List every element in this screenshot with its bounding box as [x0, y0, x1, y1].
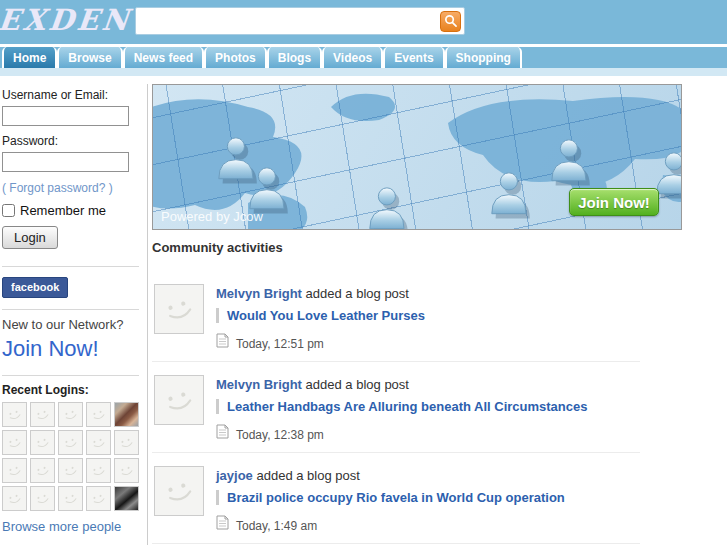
activity-item: Melvyn Bright added a blog post Would Yo… — [152, 271, 640, 362]
promo-banner: Powered by Jcow Join Now! — [152, 84, 682, 230]
section-title: Community activities — [152, 240, 727, 255]
activity-timestamp: Today, 1:49 am — [236, 519, 317, 533]
tab-news-feed[interactable]: News feed — [123, 47, 204, 68]
remember-me-label: Remember me — [20, 203, 106, 218]
recent-logins-title: Recent Logins: — [2, 383, 139, 397]
password-field[interactable] — [2, 152, 129, 172]
tab-blogs[interactable]: Blogs — [267, 47, 322, 68]
join-now-link[interactable]: Join Now! — [2, 336, 99, 362]
blog-post-link[interactable]: Would You Love Leather Purses — [216, 308, 425, 323]
divider — [2, 266, 139, 267]
user-avatar[interactable] — [154, 466, 204, 516]
user-avatar[interactable] — [154, 284, 204, 334]
recent-login-avatar[interactable] — [58, 486, 83, 511]
recent-login-avatar[interactable] — [30, 458, 55, 483]
tab-videos[interactable]: Videos — [322, 47, 383, 68]
recent-login-avatar[interactable] — [30, 430, 55, 455]
join-prompt: New to our Network? — [2, 317, 139, 332]
recent-login-avatar[interactable] — [30, 402, 55, 427]
search-box — [135, 7, 465, 35]
recent-login-avatar[interactable] — [86, 430, 111, 455]
username-label: Username or Email: — [2, 88, 139, 102]
activity-body: Melvyn Bright added a blog post Would Yo… — [216, 284, 425, 351]
main-nav: Home Browse News feed Photos Blogs Video… — [0, 44, 727, 68]
recent-login-avatar[interactable] — [114, 486, 139, 511]
blog-post-icon — [216, 424, 229, 442]
activity-body: Melvyn Bright added a blog post Leather … — [216, 375, 587, 442]
facebook-login-button[interactable]: facebook — [2, 277, 68, 298]
browse-more-people-link[interactable]: Browse more people — [2, 519, 121, 534]
user-link[interactable]: jayjoe — [216, 468, 253, 483]
remember-me-checkbox[interactable] — [2, 204, 15, 217]
blog-post-icon — [216, 515, 229, 533]
recent-login-avatar[interactable] — [86, 458, 111, 483]
activity-action: added a blog post — [306, 286, 409, 301]
activity-time-row: Today, 12:51 pm — [216, 333, 425, 351]
recent-login-avatar[interactable] — [86, 486, 111, 511]
site-logo[interactable]: EXDEN — [0, 3, 133, 37]
activity-headline: Melvyn Bright added a blog post — [216, 377, 587, 392]
search-button[interactable] — [440, 11, 461, 32]
tab-photos[interactable]: Photos — [204, 47, 267, 68]
activity-item: jayjoe added a blog post Brazil police o… — [152, 453, 640, 544]
tab-browse[interactable]: Browse — [57, 47, 122, 68]
tab-home[interactable]: Home — [2, 47, 57, 68]
powered-by-link[interactable]: Powered by Jcow — [161, 209, 263, 224]
activity-timestamp: Today, 12:38 pm — [236, 428, 324, 442]
divider — [2, 309, 139, 310]
recent-login-avatar[interactable] — [2, 430, 27, 455]
search-input[interactable] — [138, 10, 434, 32]
activity-headline: jayjoe added a blog post — [216, 468, 565, 483]
recent-login-avatar[interactable] — [114, 402, 139, 427]
content: Username or Email: Password: ( Forgot pa… — [0, 76, 727, 545]
tab-events[interactable]: Events — [383, 47, 444, 68]
recent-login-avatar[interactable] — [2, 458, 27, 483]
site-header: EXDEN — [0, 0, 727, 44]
recent-login-avatar[interactable] — [86, 402, 111, 427]
activity-body: jayjoe added a blog post Brazil police o… — [216, 466, 565, 533]
activity-action: added a blog post — [256, 468, 359, 483]
recent-logins-grid — [2, 402, 139, 511]
divider — [2, 375, 139, 376]
recent-login-avatar[interactable] — [114, 458, 139, 483]
activity-item: Melvyn Bright added a blog post Leather … — [152, 362, 640, 453]
page: EXDEN Home Browse News feed Photos Blogs… — [0, 0, 727, 545]
recent-login-avatar[interactable] — [114, 430, 139, 455]
activity-headline: Melvyn Bright added a blog post — [216, 286, 425, 301]
search-icon — [444, 14, 457, 30]
recent-login-avatar[interactable] — [30, 486, 55, 511]
recent-login-avatar[interactable] — [58, 430, 83, 455]
subheader-strip — [0, 68, 727, 76]
forgot-password-link[interactable]: ( Forgot password? ) — [2, 181, 113, 195]
recent-login-avatar[interactable] — [58, 402, 83, 427]
blog-post-icon — [216, 333, 229, 351]
recent-login-avatar[interactable] — [2, 486, 27, 511]
password-label: Password: — [2, 134, 139, 148]
blog-post-link[interactable]: Brazil police occupy Rio favela in World… — [216, 490, 565, 505]
login-button[interactable]: Login — [2, 226, 58, 249]
activity-timestamp: Today, 12:51 pm — [236, 337, 324, 351]
username-field[interactable] — [2, 106, 129, 126]
remember-me-row: Remember me — [2, 203, 139, 218]
user-avatar[interactable] — [154, 375, 204, 425]
tab-shopping[interactable]: Shopping — [445, 47, 522, 68]
main-column: Powered by Jcow Join Now! Community acti… — [148, 84, 727, 545]
activity-action: added a blog post — [306, 377, 409, 392]
user-link[interactable]: Melvyn Bright — [216, 286, 302, 301]
recent-login-avatar[interactable] — [2, 402, 27, 427]
sidebar: Username or Email: Password: ( Forgot pa… — [0, 84, 148, 545]
activity-time-row: Today, 1:49 am — [216, 515, 565, 533]
blog-post-link[interactable]: Leather Handbags Are Alluring beneath Al… — [216, 399, 587, 414]
user-link[interactable]: Melvyn Bright — [216, 377, 302, 392]
activity-time-row: Today, 12:38 pm — [216, 424, 587, 442]
banner-join-now-button[interactable]: Join Now! — [569, 188, 659, 216]
recent-login-avatar[interactable] — [58, 458, 83, 483]
